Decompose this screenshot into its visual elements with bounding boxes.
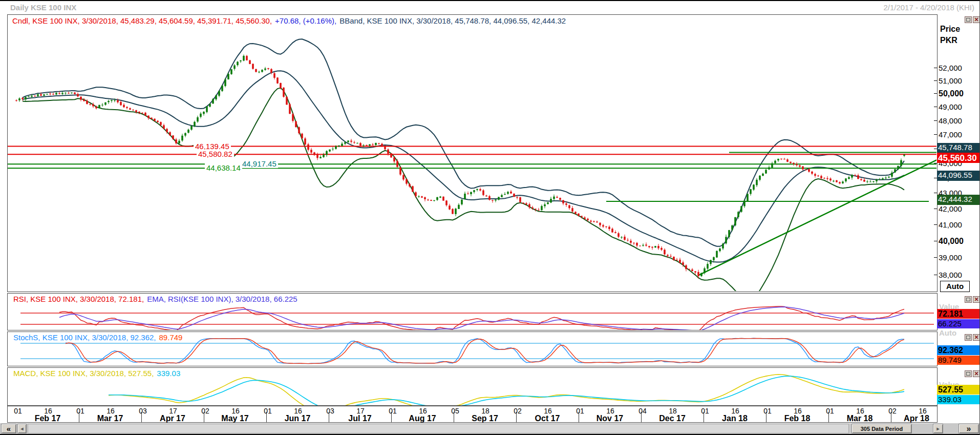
day-tick-label: 01: [576, 407, 584, 415]
window-title: Daily KSE 100 INX: [10, 3, 76, 12]
day-tick-label: 03: [326, 407, 334, 415]
price-badge-bband-lower: 42,444.32: [937, 195, 980, 205]
scroll-far-left-button[interactable]: «: [1, 424, 16, 433]
day-tick-label: 16: [44, 407, 52, 415]
price-axis-tick: 38,000: [939, 271, 978, 279]
day-tick-label: 02: [201, 407, 209, 415]
price-axis-tickmark: [934, 107, 938, 107]
rsi-legend: RSI, KSE 100 INX, 3/30/2018, 72.181,: [13, 295, 144, 303]
day-tick-label: 18: [669, 407, 677, 415]
scroll-far-right-button[interactable]: »: [958, 424, 979, 433]
scrollbar-thumb[interactable]: [28, 424, 849, 433]
rsi-auto-label: Auto: [939, 328, 956, 337]
day-tick-label: 16: [919, 407, 927, 415]
day-tick-label: 17: [169, 407, 177, 415]
close-icon[interactable]: ✕: [973, 296, 980, 303]
day-tick-label: 01: [389, 407, 397, 415]
stoch-d-value-badge: 89.749: [937, 356, 980, 365]
rsi-ema-legend: EMA, RSI(KSE 100 INX), 3/30/2018, 66.225: [147, 295, 297, 303]
change-legend: +70.68, (+0.16%),: [275, 16, 336, 25]
month-label: Apr 17: [160, 414, 185, 423]
day-tick-label: 16: [606, 407, 614, 415]
day-tick-label: 01: [763, 407, 772, 415]
price-axis-tick: 40,000: [939, 237, 978, 246]
macd-pane-window-controls: ✕: [965, 370, 980, 377]
month-label: Feb 17: [35, 414, 61, 423]
close-icon[interactable]: ✕: [973, 370, 980, 377]
month-label: Aug 17: [409, 414, 436, 423]
month-label: Jan 18: [722, 414, 748, 423]
day-tick-label: 02: [514, 407, 522, 415]
price-line-label: 44,638.14: [205, 163, 242, 172]
scroll-left-arrow-icon[interactable]: ◂: [17, 424, 27, 433]
price-axis-tickmark: [934, 275, 938, 275]
day-tick-label: 16: [106, 407, 115, 415]
rsi-pane-legend: RSI, KSE 100 INX, 3/30/2018, 72.181,EMA,…: [13, 295, 301, 303]
day-tick-label: 17: [356, 407, 365, 415]
price-badge-last-price: 45,560.30: [937, 153, 980, 163]
macd-legend: MACD, KSE 100 INX, 3/30/2018, 527.55,: [13, 369, 154, 378]
axis-price-label: Price: [940, 25, 960, 34]
price-line-label: 46,139.45: [194, 142, 231, 151]
price-axis-tick: 48,000: [939, 116, 978, 125]
price-pane-legend: Cndl, KSE 100 INX, 3/30/2018, 45,483.29,…: [12, 16, 569, 25]
auto-scale-button[interactable]: Auto: [940, 281, 970, 292]
price-axis-tickmark: [934, 80, 938, 81]
day-tick-label: 16: [231, 407, 240, 415]
restore-icon[interactable]: [965, 16, 972, 23]
day-tick-label: 16: [794, 407, 802, 415]
day-tick-label: 01: [264, 407, 272, 415]
stoch-d-legend: 89.749: [159, 333, 183, 342]
price-axis-tickmark: [934, 224, 938, 225]
price-axis-tickmark: [934, 120, 938, 121]
close-icon[interactable]: ✕: [973, 334, 980, 341]
day-tick-label: 16: [544, 407, 552, 415]
data-period-button[interactable]: 305 Data Period: [851, 424, 912, 433]
price-axis-tickmark: [934, 93, 938, 94]
month-label: Feb 18: [784, 414, 811, 423]
restore-icon[interactable]: [965, 370, 972, 377]
day-tick-label: 05: [451, 407, 459, 415]
macd-value-badge: 527.55: [937, 385, 980, 395]
scroll-right-arrow-icon[interactable]: ▸: [933, 424, 943, 433]
stoch-k-value-badge: 92.362: [937, 345, 980, 355]
month-label: Oct 17: [535, 414, 560, 423]
day-tick-label: 04: [638, 407, 647, 415]
month-label: Apr 18: [904, 414, 929, 423]
restore-icon[interactable]: [965, 296, 972, 303]
price-axis-tickmark: [934, 68, 938, 68]
price-badge-bband-upper: 45,748.78: [937, 143, 980, 153]
price-axis-tick: 41,000: [939, 220, 978, 229]
price-axis-tick: 52,000: [939, 64, 978, 72]
price-line-label: 45,580.82: [197, 150, 234, 158]
month-label: Sep 17: [472, 414, 498, 423]
month-label: Dec 17: [659, 414, 686, 423]
macd-signal-legend: 339.03: [157, 369, 180, 378]
price-pane-window-controls: ✕: [965, 16, 980, 23]
day-tick-label: 16: [731, 407, 739, 415]
price-axis-tick: 49,000: [939, 102, 978, 111]
restore-icon[interactable]: [965, 334, 972, 341]
day-tick-label: 16: [294, 407, 302, 415]
candle-legend: Cndl, KSE 100 INX, 3/30/2018, 45,483.29,…: [12, 16, 272, 25]
price-axis-tick: 51,000: [939, 76, 978, 85]
rsi-value-badge: 72.181: [937, 309, 980, 319]
close-icon[interactable]: ✕: [973, 16, 980, 23]
price-axis-tickmark: [934, 193, 938, 193]
month-label: Jun 17: [285, 414, 311, 423]
price-axis-tick: 50,000: [939, 89, 978, 98]
day-tick-label: 01: [76, 407, 84, 415]
price-axis-tickmark: [934, 257, 938, 258]
day-tick-label: 03: [139, 407, 147, 415]
macd-signal-value-badge: 339.03: [937, 395, 980, 404]
price-axis-tickmark: [934, 163, 938, 163]
month-label: Jul 17: [348, 414, 371, 423]
stoch-pane-window-controls: ✕: [965, 334, 980, 341]
chart-application-window: Daily KSE 100 INX 2/1/2017 - 4/20/2018 (…: [0, 0, 980, 435]
horizontal-scrollbar[interactable]: « ◂ 305 Data Period ▸ »: [0, 423, 980, 434]
price-axis-tick: 39,000: [939, 253, 978, 262]
price-axis-tickmark: [934, 209, 938, 209]
day-tick-label: 02: [888, 407, 897, 415]
axis-currency-label: PKR: [940, 36, 957, 45]
price-axis-tickmark: [934, 134, 938, 135]
